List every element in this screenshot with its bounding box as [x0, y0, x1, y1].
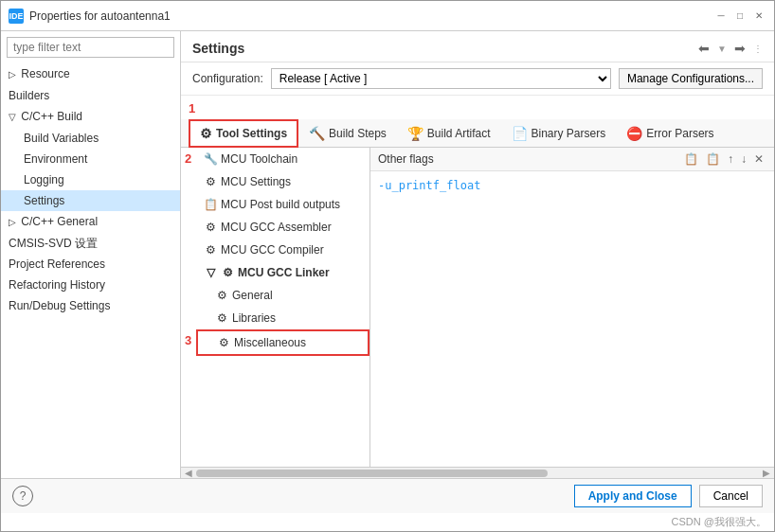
compiler-icon: ⚙ — [204, 243, 217, 257]
misc-icon: ⚙ — [217, 336, 230, 349]
close-button[interactable]: ✕ — [751, 9, 766, 24]
sidebar-item-environment[interactable]: Environment — [1, 149, 180, 169]
back-button[interactable]: ⬅ — [694, 39, 713, 58]
expand-icon2: ▷ — [9, 214, 16, 231]
sidebar-item-refactoring[interactable]: Refactoring History — [1, 275, 180, 295]
cancel-button[interactable]: Cancel — [699, 485, 763, 507]
title-bar: IDE Properties for autoantenna1 ─ □ ✕ — [1, 1, 774, 31]
sidebar-item-settings[interactable]: Settings — [1, 190, 180, 211]
tool-tree-item-mcu-settings[interactable]: ⚙ MCU Settings — [196, 170, 369, 193]
sidebar-item-build-variables[interactable]: Build Variables — [1, 128, 180, 149]
tool-tree-item-mcu-post-build[interactable]: 📋 MCU Post build outputs — [196, 193, 369, 216]
step3-label: 3 — [181, 329, 196, 347]
sidebar: ▷ Resource Builders ▽ C/C++ Build Build … — [1, 31, 181, 478]
tool-tree-item-mcu-gcc-assembler[interactable]: ⚙ MCU GCC Assembler — [196, 216, 369, 239]
expand-icon: ▽ — [9, 109, 16, 126]
linker-expand-icon: ▽ — [204, 266, 217, 279]
libraries-icon: ⚙ — [215, 311, 228, 325]
tab-binary-parsers[interactable]: 📄 Binary Parsers — [501, 120, 617, 147]
tabs-container: ⚙ Tool Settings 🔨 Build Steps 🏆 Build Ar… — [181, 119, 774, 148]
tab-error-parsers-label: Error Parsers — [646, 127, 713, 140]
tab-build-artifact-label: Build Artifact — [427, 127, 491, 140]
tool-settings-icon: ⚙ — [200, 126, 212, 141]
assembler-icon: ⚙ — [204, 221, 217, 234]
minimize-button[interactable]: ─ — [713, 9, 729, 24]
content-header-actions: 📋 📋 ↑ ↓ ✕ — [681, 151, 766, 167]
tool-tree-item-general[interactable]: ⚙ General — [196, 284, 369, 307]
sidebar-item-logging[interactable]: Logging — [1, 169, 180, 190]
bottom-right: Apply and Close Cancel — [574, 485, 763, 507]
build-steps-icon: 🔨 — [309, 126, 325, 141]
horizontal-scrollbar[interactable]: ◀ ▶ — [181, 467, 774, 478]
sidebar-item-resource[interactable]: ▷ Resource — [1, 63, 180, 85]
build-artifact-icon: 🏆 — [407, 126, 424, 141]
sidebar-item-cpp-build[interactable]: ▽ C/C++ Build — [1, 106, 180, 128]
sidebar-item-builders[interactable]: Builders — [1, 85, 180, 106]
separator: ▼ — [717, 44, 727, 54]
settings-icon: ⚙ — [204, 175, 217, 188]
tab-binary-parsers-label: Binary Parsers — [532, 127, 606, 140]
tool-tree-item-mcu-gcc-compiler[interactable]: ⚙ MCU GCC Compiler — [196, 239, 369, 261]
content-header-title: Other flags — [378, 152, 434, 166]
tool-tree-item-mcu-gcc-linker[interactable]: ▽ ⚙ MCU GCC Linker — [196, 261, 369, 284]
linker-icon: ⚙ — [221, 266, 234, 279]
content-body: -u_printf_float — [370, 171, 774, 467]
app-icon: IDE — [9, 9, 24, 24]
window-controls: ─ □ ✕ — [713, 9, 766, 24]
watermark: CSDN @我很强大。 — [1, 513, 774, 531]
forward-button[interactable]: ➡ — [730, 39, 749, 58]
right-panel: Settings ⬅ ▼ ➡ ⋮ Configuration: Release … — [181, 31, 774, 478]
post-build-icon: 📋 — [204, 198, 217, 211]
header-actions: ⬅ ▼ ➡ ⋮ — [694, 39, 763, 58]
tool-tree-item-mcu-toolchain[interactable]: 🔧 MCU Toolchain — [196, 148, 369, 170]
content-header: Other flags 📋 📋 ↑ ↓ ✕ — [370, 148, 774, 171]
apply-close-button[interactable]: Apply and Close — [574, 485, 692, 507]
tab-build-steps[interactable]: 🔨 Build Steps — [298, 120, 397, 147]
split-panel: 2 🔧 MCU Toolchain ⚙ MCU Settings — [181, 148, 774, 467]
main-window: IDE Properties for autoantenna1 ─ □ ✕ ▷ … — [0, 0, 775, 532]
tool-tree-panel: 2 🔧 MCU Toolchain ⚙ MCU Settings — [181, 148, 370, 467]
settings-header: Settings ⬅ ▼ ➡ ⋮ — [181, 31, 774, 62]
flag-value: -u_printf_float — [378, 179, 480, 192]
main-content: ▷ Resource Builders ▽ C/C++ Build Build … — [1, 31, 774, 478]
bottom-left: ? — [12, 486, 33, 506]
arrow-icon: ▷ — [9, 66, 16, 83]
scroll-left-icon: ◀ — [185, 468, 192, 478]
tab-tool-settings-label: Tool Settings — [216, 127, 287, 140]
sidebar-item-cpp-general[interactable]: ▷ C/C++ General — [1, 211, 180, 233]
config-row: Configuration: Release [ Active ] Manage… — [181, 62, 774, 96]
maximize-button[interactable]: □ — [732, 9, 748, 24]
error-parsers-icon: ⛔ — [626, 126, 642, 141]
general-icon: ⚙ — [215, 289, 228, 302]
move-up-button[interactable]: ↑ — [725, 151, 736, 167]
sidebar-item-project-refs[interactable]: Project References — [1, 254, 180, 275]
sidebar-item-run-debug[interactable]: Run/Debug Settings — [1, 295, 180, 316]
tab-tool-settings[interactable]: ⚙ Tool Settings — [189, 119, 298, 148]
manage-configs-button[interactable]: Manage Configurations... — [619, 68, 763, 89]
step2-label: 2 — [181, 148, 196, 166]
copy-button[interactable]: 📋 — [681, 151, 701, 167]
config-select[interactable]: Release [ Active ] — [271, 68, 611, 89]
binary-parsers-icon: 📄 — [512, 126, 528, 141]
config-label: Configuration: — [192, 72, 263, 85]
delete-button[interactable]: ✕ — [751, 151, 766, 167]
window-title: Properties for autoantenna1 — [29, 9, 171, 23]
step1-label: 1 — [189, 101, 195, 115]
scroll-thumb — [196, 470, 548, 477]
content-panel: Other flags 📋 📋 ↑ ↓ ✕ -u_printf_float — [370, 148, 774, 467]
help-button[interactable]: ? — [12, 486, 33, 506]
move-down-button[interactable]: ↓ — [738, 151, 749, 167]
tool-tree-item-libraries[interactable]: ⚙ Libraries — [196, 307, 369, 329]
toolchain-icon: 🔧 — [204, 152, 217, 166]
tab-build-artifact[interactable]: 🏆 Build Artifact — [397, 120, 501, 147]
sidebar-item-cmsis-svd[interactable]: CMSIS-SVD 设置 — [1, 233, 180, 254]
paste-button[interactable]: 📋 — [703, 151, 723, 167]
settings-title: Settings — [192, 41, 244, 56]
tab-build-steps-label: Build Steps — [329, 127, 387, 140]
separator2: ⋮ — [753, 44, 763, 54]
tool-tree-item-miscellaneous[interactable]: ⚙ Miscellaneous — [196, 329, 369, 356]
filter-input[interactable] — [7, 37, 174, 58]
title-bar-left: IDE Properties for autoantenna1 — [9, 9, 171, 24]
tab-error-parsers[interactable]: ⛔ Error Parsers — [616, 120, 724, 147]
navigation-tree: ▷ Resource Builders ▽ C/C++ Build Build … — [1, 63, 180, 478]
